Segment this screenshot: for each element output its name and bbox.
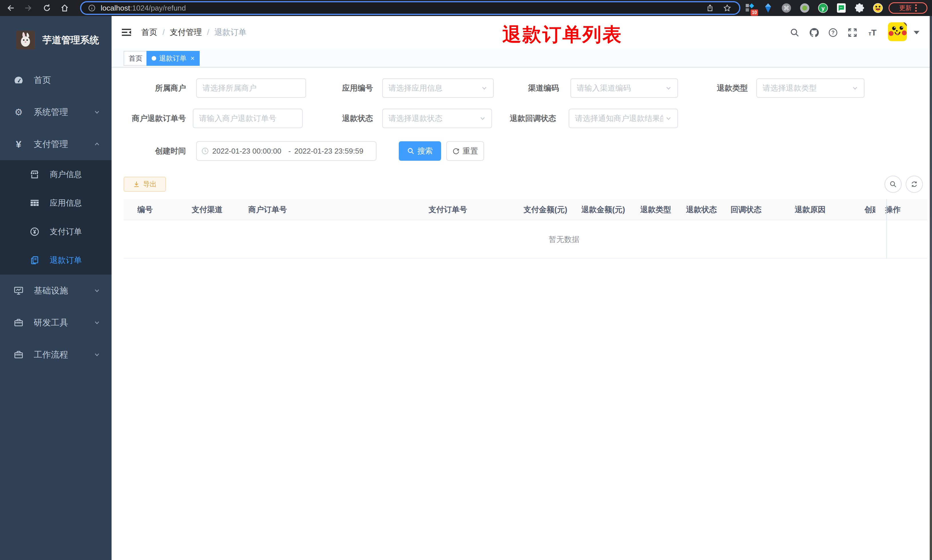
search-icon — [407, 147, 415, 155]
refund-notify-status-select[interactable]: 请选择通知商户退款结果的 — [569, 109, 678, 128]
create-time-daterange[interactable]: 2022-01-23 00:00:00-2022-01-23 23:59:59 — [196, 141, 377, 161]
browser-back-icon[interactable] — [5, 2, 16, 14]
search-button[interactable]: 搜索 — [399, 141, 441, 161]
sidebar-item-home[interactable]: 首页 — [0, 64, 112, 96]
font-size-icon[interactable]: тT — [867, 27, 878, 38]
header-search-icon[interactable] — [789, 27, 800, 38]
refresh-table-button[interactable] — [906, 175, 923, 193]
breadcrumb-separator: / — [207, 28, 209, 37]
extension-kite-icon[interactable] — [762, 2, 774, 14]
create-time-label: 创建时间 — [123, 141, 186, 161]
chevron-down-icon — [481, 85, 488, 91]
column-header: 创建时间 — [864, 199, 875, 220]
profile-avatar-emoji[interactable] — [872, 2, 884, 14]
main-area: 首页/支付管理/退款订单 退款订单列表 ? тT — [112, 16, 930, 560]
merchant-label: 所属商户 — [123, 78, 186, 98]
end-datetime: 2022-01-23 23:59:59 — [294, 147, 367, 155]
app-no-select[interactable]: 请选择应用信息 — [382, 78, 494, 98]
placeholder-text: 请选择退款状态 — [389, 113, 477, 123]
logo-rabbit-image — [16, 31, 35, 49]
empty-text: 暂无数据 — [549, 220, 580, 258]
browser-update-button[interactable]: 更新 — [889, 2, 927, 14]
export-button[interactable]: 导出 — [124, 177, 166, 192]
site-info-icon[interactable] — [88, 4, 95, 12]
breadcrumb-item[interactable]: 首页 — [141, 27, 157, 38]
sidebar-item-label: 退款订单 — [50, 255, 82, 266]
sidebar-item-label: 系统管理 — [34, 106, 68, 118]
url-host: localhost — [101, 4, 130, 12]
tab-refund-order[interactable]: 退款订单× — [146, 51, 200, 66]
browser-home-icon[interactable] — [59, 2, 71, 14]
sidebar-item-refund-order[interactable]: 退款订单 — [0, 246, 112, 275]
help-icon[interactable]: ? — [827, 27, 839, 38]
chevron-down-icon — [94, 109, 100, 115]
sidebar-item-workflow[interactable]: 工作流程 — [0, 338, 112, 371]
clock-icon — [201, 147, 209, 155]
chevron-down-icon — [665, 115, 672, 122]
annotation-title: 退款订单列表 — [502, 22, 623, 48]
address-bar[interactable]: localhost:1024/pay/refund — [80, 1, 740, 15]
tab-home[interactable]: 首页 — [124, 51, 148, 66]
bookmark-star-icon[interactable] — [723, 4, 731, 12]
channel-code-label: 渠道编码 — [496, 78, 559, 98]
sidebar-item-label: 工作流程 — [34, 349, 68, 361]
github-icon[interactable] — [808, 27, 820, 38]
tab-label: 退款订单 — [159, 54, 186, 63]
reset-button[interactable]: 重置 — [446, 141, 484, 161]
merchant-refund-no-input[interactable]: 请输入商户退款订单号 — [193, 109, 303, 128]
sidebar-item-system-management[interactable]: ⚙系统管理 — [0, 96, 112, 128]
tab-close-icon[interactable]: × — [191, 54, 195, 62]
tab-label: 首页 — [129, 54, 143, 63]
daterange-separator: - — [288, 147, 291, 155]
sidebar-item-app-info[interactable]: 应用信息 — [0, 189, 112, 217]
svg-text:⌘: ⌘ — [784, 5, 789, 11]
breadcrumb-item[interactable]: 支付管理 — [170, 27, 202, 38]
sidebar-item-payment-management[interactable]: ¥支付管理 — [0, 128, 112, 160]
fullscreen-icon[interactable] — [847, 27, 858, 38]
screen: localhost:1024/pay/refund 10 ⌘ — [0, 0, 932, 560]
refund-status-select[interactable]: 请选择退款状态 — [382, 109, 492, 128]
refresh-icon — [452, 147, 460, 155]
sidebar-item-label: 应用信息 — [50, 198, 82, 209]
avatar-caret-icon[interactable] — [914, 31, 920, 34]
extension-chat-icon[interactable] — [835, 2, 847, 14]
user-avatar[interactable] — [888, 22, 907, 41]
extension-dot-icon[interactable] — [799, 2, 811, 14]
column-header: 商户订单号 — [248, 199, 287, 220]
placeholder-text: 请选择应用信息 — [389, 83, 479, 93]
show-search-toggle-button[interactable] — [884, 175, 902, 193]
start-datetime: 2022-01-23 00:00:00 — [212, 147, 285, 155]
sidebar-item-payment-order[interactable]: 支付订单 — [0, 217, 112, 246]
browser-reload-icon[interactable] — [41, 2, 52, 14]
sidebar-item-dev-tools[interactable]: 研发工具 — [0, 306, 112, 338]
sidebar-toggle-icon[interactable] — [121, 27, 132, 38]
yen-icon: ¥ — [13, 139, 24, 149]
refund-notify-status-label: 退款回调状态 — [493, 109, 556, 128]
extension-tiles-icon[interactable]: 10 — [744, 2, 756, 14]
export-button-label: 导出 — [143, 180, 157, 189]
chevron-down-icon — [94, 288, 100, 294]
column-header: 操作 — [885, 199, 901, 220]
extensions-puzzle-icon[interactable] — [854, 2, 866, 14]
sidebar-item-label: 研发工具 — [34, 317, 68, 329]
refund-type-select[interactable]: 请选择退款类型 — [757, 78, 864, 98]
search-icon — [889, 180, 897, 188]
refund-status-label: 退款状态 — [310, 109, 373, 128]
sidebar-logo[interactable]: 芋道管理系统 — [0, 16, 112, 64]
grid-icon — [29, 198, 40, 209]
sidebar-item-merchant-info[interactable]: 商户信息 — [0, 160, 112, 189]
merchant-input[interactable]: 请选择所属商户 — [196, 78, 306, 98]
placeholder-text: 请选择退款类型 — [763, 83, 850, 93]
share-icon[interactable] — [706, 4, 714, 12]
sidebar-item-infrastructure[interactable]: 基础设施 — [0, 275, 112, 306]
browser-menu-icon[interactable] — [915, 4, 917, 12]
column-header: 退款状态 — [686, 199, 717, 220]
extensions-row: 10 ⌘ y — [744, 0, 884, 16]
channel-code-select[interactable]: 请输入渠道编码 — [571, 78, 678, 98]
window-edge — [930, 16, 932, 560]
sidebar-submenu: 商户信息应用信息支付订单退款订单 — [0, 160, 112, 275]
extension-y-icon[interactable]: y — [817, 2, 829, 14]
workflow-icon — [13, 349, 24, 360]
extension-command-icon[interactable]: ⌘ — [780, 2, 792, 14]
browser-forward-icon[interactable] — [23, 2, 34, 14]
